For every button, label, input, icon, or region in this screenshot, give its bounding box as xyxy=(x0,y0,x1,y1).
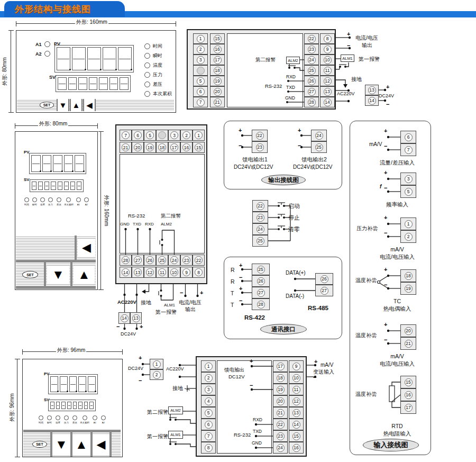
indicator-label: 差压 xyxy=(153,81,162,88)
indicator: A2 xyxy=(99,415,107,424)
wiring-mid-inner xyxy=(116,125,208,285)
wiring-diagram-page: 外形结构与接线图 外形: 160mm 外形: 80mm A1 A2 PV SV … xyxy=(0,0,476,462)
led-icon xyxy=(64,415,69,420)
indicator-list: 时间瞬时温度压力差压本次累积 xyxy=(144,43,172,97)
seven-segment-digit xyxy=(64,182,69,190)
transmit-ma-label: mA/V xyxy=(321,362,333,368)
set-button[interactable]: SET xyxy=(40,102,54,108)
pv-display xyxy=(54,45,134,73)
seven-segment-digit xyxy=(87,47,101,70)
dimension-label-80w: 外形: 80mm xyxy=(38,120,68,128)
dimension-line-80 xyxy=(11,30,11,113)
seven-segment-digit xyxy=(77,182,81,190)
ground-label: 接地 xyxy=(351,76,362,83)
led-icon xyxy=(24,197,29,202)
up-button[interactable]: ▲ xyxy=(70,99,83,111)
set-button[interactable]: SET xyxy=(32,441,47,448)
comm-caption: 通讯接口 xyxy=(260,324,307,334)
indicator: 本次累积 xyxy=(63,197,75,206)
seven-segment-digit xyxy=(78,402,83,409)
led-icon xyxy=(57,197,61,202)
indicator-label: 本次累积 xyxy=(64,203,74,206)
seven-segment-digit xyxy=(88,376,96,392)
indicator: 差压 xyxy=(55,197,63,206)
set-button[interactable]: SET xyxy=(22,271,38,278)
led-icon xyxy=(56,415,60,420)
left-button[interactable]: ◀ xyxy=(93,434,109,455)
indicator-label: 温度 xyxy=(40,203,45,206)
dimension-label-80: 外形: 80mm xyxy=(1,55,8,88)
wiring-top-inner xyxy=(188,30,337,111)
led-icon xyxy=(144,72,150,78)
indicator: 差压 xyxy=(144,81,172,88)
left-button[interactable]: ◀ xyxy=(78,239,95,256)
led-icon xyxy=(48,197,53,202)
dimension-label-160h: 外形: 160mm xyxy=(103,193,110,228)
seven-segment-digit xyxy=(99,77,108,90)
indicator: 时间 xyxy=(144,43,172,50)
seven-segment-digit xyxy=(58,77,67,90)
sv-display xyxy=(30,179,84,192)
meter-panel-80x160: PV SV 时间瞬时温度压力差压本次累积A1A2 ◀ SET ▼ ▲ xyxy=(15,131,98,290)
up-button[interactable]: ▲ xyxy=(72,434,90,455)
left-button[interactable]: ◀ xyxy=(83,99,96,111)
seven-segment-digit xyxy=(31,155,41,172)
indicator: 瞬时 xyxy=(31,197,39,206)
indicator: 瞬时 xyxy=(45,415,53,424)
feed2-voltage: DC24V或DC12V xyxy=(293,164,332,170)
plus-sign: + xyxy=(200,290,203,296)
header-tab: 外形结构与接线图 xyxy=(4,1,125,17)
terminal-block-bottom: 12345678 1718192021222324 91011121314151… xyxy=(196,356,307,457)
minus-sign: − xyxy=(386,102,389,107)
indicator-label: 时间 xyxy=(24,203,29,206)
indicator-label: 温度 xyxy=(56,421,60,424)
output-label-2: 输出 xyxy=(362,42,372,49)
input-wiring-box: mA/V 67 + − 流量/差压输入 f 35 + − 频率输入 压力补尝 1… xyxy=(350,121,431,455)
page-title: 外形结构与接线图 xyxy=(15,3,91,15)
down-button[interactable]: ▼ xyxy=(57,99,69,111)
indicator-label: 压力 xyxy=(153,71,162,78)
up-button[interactable]: ▲ xyxy=(74,266,95,284)
dc-power-label: DC24V xyxy=(121,331,136,337)
seven-segment-digit xyxy=(78,77,87,90)
indicator-list: 时间瞬时温度压力差压本次累积A1A2 xyxy=(23,197,90,206)
ac-power-label: AC220V xyxy=(117,300,136,305)
led-icon xyxy=(47,415,52,420)
seven-segment-digit xyxy=(57,47,70,70)
dimension-line-96h xyxy=(17,359,17,457)
down-button[interactable]: ▼ xyxy=(47,266,69,284)
seven-segment-digit xyxy=(84,402,88,409)
seven-segment-digit xyxy=(51,182,56,190)
seven-segment-digit xyxy=(53,155,62,172)
down-button[interactable]: ▼ xyxy=(52,434,70,455)
indicator: 压力 xyxy=(62,415,70,424)
seven-segment-digit xyxy=(44,182,49,190)
stop-label: 停止 xyxy=(288,214,300,221)
dc-terminal-box: 13 14 xyxy=(365,85,379,106)
indicator-label: 瞬时 xyxy=(47,421,52,424)
divider xyxy=(16,286,96,289)
indicator: 时间 xyxy=(23,197,31,206)
led-icon xyxy=(76,197,81,202)
alm1-contact: ALM1 xyxy=(341,55,354,62)
terminal-block-mid: 765321 21201918171615 28272625242322 141… xyxy=(115,124,207,284)
seven-segment-digit xyxy=(89,402,94,409)
start-label: 启动 xyxy=(288,203,300,210)
dimension-label-96w: 外形: 96mm xyxy=(56,347,86,354)
alarm1-led-icon xyxy=(44,41,50,47)
indicator: 温度 xyxy=(39,197,47,206)
meter-panel-160x80: A1 A2 PV SV 时间瞬时温度压力差压本次累积 SET ▼ ▲ ◀ xyxy=(16,30,176,113)
divider xyxy=(70,262,72,286)
sv-display xyxy=(56,75,131,92)
seven-segment-digit xyxy=(64,155,74,172)
ground-label: 接地 xyxy=(141,300,151,306)
led-icon xyxy=(40,197,45,202)
seven-segment-digit xyxy=(120,77,129,90)
indicator: 温度 xyxy=(53,415,62,424)
indicator-label: 压力 xyxy=(49,203,53,206)
indicator-label: 差压 xyxy=(72,421,77,424)
seven-segment-digit xyxy=(56,402,60,409)
indicator: 压力 xyxy=(144,71,172,78)
reset-label: 清零 xyxy=(288,226,300,233)
led-icon xyxy=(144,53,150,59)
